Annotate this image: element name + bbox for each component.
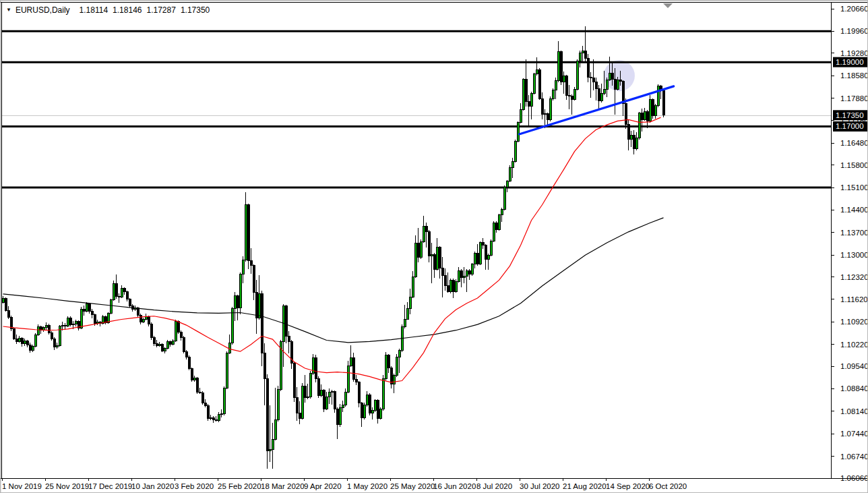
candle: [212, 416, 214, 423]
date-tick-label: 10 Jan 2020: [131, 482, 174, 490]
candle: [220, 409, 222, 417]
candle: [630, 131, 632, 147]
candle-body: [358, 382, 360, 403]
candle-body: [649, 99, 651, 121]
time-axis[interactable]: 1 Nov 201925 Nov 201917 Dec 201910 Jan 2…: [2, 478, 687, 490]
candle: [452, 279, 454, 297]
price-tick-label: 1.13700: [840, 229, 868, 237]
candle: [59, 325, 61, 346]
candle: [560, 51, 562, 85]
price-tick-label: 1.19280: [840, 49, 868, 57]
candle-body: [555, 81, 557, 90]
candle-body: [304, 386, 306, 398]
candle: [428, 230, 430, 262]
candle: [175, 320, 177, 342]
candle-body: [2, 299, 4, 303]
candle: [299, 401, 301, 424]
candle-body: [388, 355, 390, 368]
candle: [142, 318, 144, 324]
candle-body: [582, 51, 584, 53]
candle: [522, 78, 524, 111]
candle-body: [13, 328, 15, 339]
candle: [258, 275, 260, 320]
price-tick-label: 1.07440: [840, 430, 868, 438]
chart-canvas[interactable]: 1.206601.199601.192801.185801.178801.171…: [1, 1, 868, 493]
candle-body: [471, 264, 473, 274]
candle: [226, 351, 228, 389]
candle-body: [121, 289, 123, 297]
candle-body: [366, 395, 368, 405]
candle: [503, 185, 505, 210]
candle-body: [199, 392, 201, 393]
candle-body: [24, 341, 26, 343]
candle: [536, 57, 538, 76]
candle: [622, 80, 624, 116]
candle-body: [247, 205, 249, 260]
candle: [237, 295, 239, 321]
candle-body: [26, 341, 28, 345]
candle: [644, 108, 646, 121]
candle-body: [487, 255, 489, 259]
candle: [110, 299, 112, 315]
price-axis-box-label: 1.17000: [836, 122, 864, 130]
candle: [99, 321, 101, 327]
candle-body: [657, 86, 659, 106]
candle: [369, 393, 371, 415]
candle: [188, 355, 190, 370]
candle-body: [72, 324, 74, 324]
price-tick-label: 1.16480: [840, 139, 868, 147]
candle: [309, 371, 311, 399]
candle-body: [509, 167, 511, 181]
candle: [239, 272, 241, 314]
candle: [466, 269, 468, 292]
price-axis[interactable]: 1.206601.199601.192801.185801.178801.171…: [831, 5, 868, 482]
chart-objects-back-layer[interactable]: [2, 31, 831, 187]
candle: [191, 368, 193, 382]
candle-body: [644, 111, 646, 119]
candle-body: [317, 379, 319, 396]
date-tick-label: 18 Mar 2020: [261, 482, 305, 490]
candle-body: [18, 338, 20, 342]
candle: [67, 316, 69, 327]
candle: [579, 51, 581, 67]
candle-body: [339, 408, 341, 425]
candle: [88, 303, 90, 314]
candle-body: [636, 138, 638, 149]
candle-body: [565, 76, 567, 96]
candle: [24, 339, 26, 345]
candle-body: [64, 325, 66, 326]
candle-body: [495, 223, 497, 229]
candle-body: [164, 349, 166, 351]
candle-body: [530, 93, 532, 107]
candle: [26, 340, 28, 347]
candle: [29, 343, 31, 353]
candle-body: [309, 374, 311, 397]
candle-body: [142, 320, 144, 322]
candle-body: [61, 325, 63, 326]
candle: [388, 354, 390, 373]
candle-body: [193, 378, 195, 380]
candle: [274, 388, 276, 441]
candle-body: [347, 366, 349, 393]
candle: [417, 228, 419, 262]
candle: [307, 384, 309, 399]
candle-body: [207, 405, 209, 419]
candle-body: [619, 80, 621, 82]
candle-body: [423, 226, 425, 241]
price-tick-label: 1.06740: [840, 453, 868, 461]
candle-body: [34, 335, 36, 346]
candle: [5, 297, 7, 311]
candle-body: [574, 89, 576, 99]
date-tick-label: 25 May 2020: [390, 482, 435, 490]
candle-body: [625, 103, 627, 124]
candle-body: [412, 277, 414, 297]
candle-body: [630, 136, 632, 140]
candle: [250, 248, 252, 274]
chart-header: ▼ EURUSD,Daily 1.18114 1.18146 1.17287 1…: [6, 5, 214, 15]
candle: [53, 337, 55, 350]
candle: [2, 296, 4, 303]
candle: [334, 390, 336, 413]
candle: [495, 221, 497, 233]
candle: [266, 374, 268, 469]
candle-body: [204, 403, 206, 405]
